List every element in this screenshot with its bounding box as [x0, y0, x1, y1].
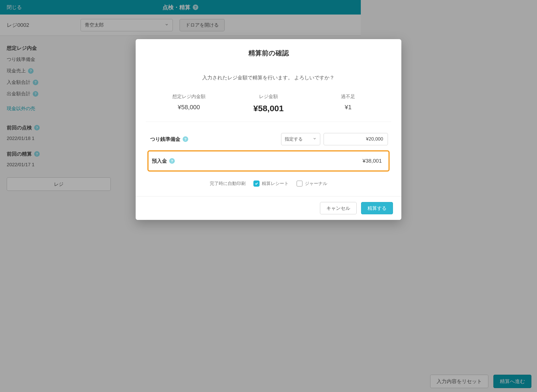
divider	[146, 122, 361, 122]
change-fund-mode-value: 指定する	[285, 136, 303, 142]
journal-checkbox[interactable]	[296, 180, 303, 187]
change-fund-input[interactable]: ¥20,000	[324, 133, 361, 145]
expected-value: ¥58,000	[149, 104, 229, 111]
diff-label: 過不足	[308, 93, 361, 100]
register-amount-value: ¥58,001	[229, 104, 308, 113]
modal-backdrop: 精算前の確認 入力されたレジ金額で精算を行います。 よろしいですか？ 想定レジ内…	[0, 0, 361, 263]
modal-footer: キャンセル 精算する	[136, 196, 361, 220]
change-fund-label: つり銭準備金	[150, 136, 180, 142]
register-amount-label: レジ金額	[229, 93, 308, 100]
receipt-checkbox[interactable]	[253, 180, 260, 187]
auto-print-label: 完了時に自動印刷	[210, 181, 246, 187]
stats-row: 想定レジ内金額 ¥58,000 レジ金額 ¥58,001 過不足 ¥1	[149, 93, 361, 113]
deposit-highlight: 預入金 ? ¥38,001	[147, 150, 361, 172]
deposit-label: 預入金	[152, 158, 167, 164]
chevron-down-icon	[313, 137, 317, 142]
help-icon[interactable]: ?	[183, 136, 188, 142]
cancel-button[interactable]: キャンセル	[320, 202, 357, 214]
modal-title: 精算前の確認	[149, 49, 361, 58]
change-fund-mode-select[interactable]: 指定する	[281, 133, 320, 145]
change-fund-row: つり銭準備金 ? 指定する ¥20,000	[149, 130, 361, 149]
expected-label: 想定レジ内金額	[149, 93, 229, 100]
receipt-checkbox-label: 精算レシート	[262, 181, 289, 187]
confirm-modal: 精算前の確認 入力されたレジ金額で精算を行います。 よろしいですか？ 想定レジ内…	[136, 39, 361, 220]
diff-value: ¥1	[308, 104, 361, 111]
modal-message: 入力されたレジ金額で精算を行います。 よろしいですか？	[149, 74, 361, 81]
journal-checkbox-label: ジャーナル	[305, 181, 327, 187]
auto-print-row: 完了時に自動印刷 精算レシート ジャーナル	[149, 179, 361, 196]
help-icon[interactable]: ?	[169, 158, 175, 164]
